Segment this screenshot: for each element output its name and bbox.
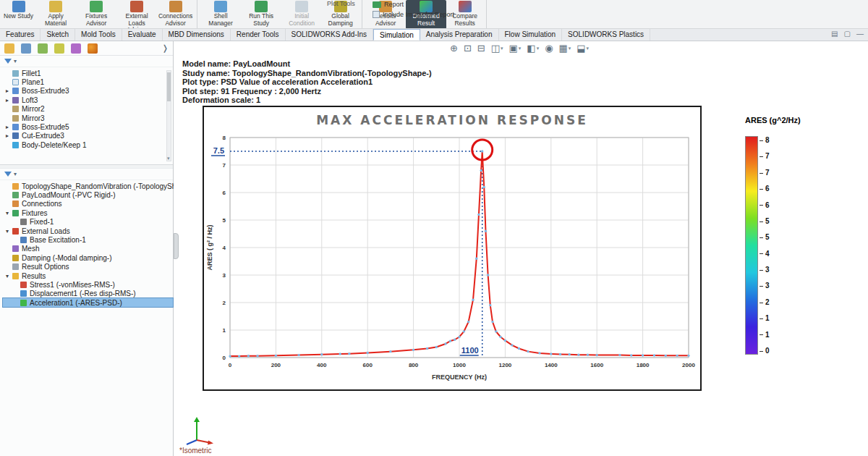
ribbon-button[interactable]: External Loads Advisor [116, 0, 157, 29]
previous-view-icon[interactable]: ⊟ [477, 43, 485, 54]
tree-scrollbar[interactable]: ▾ [166, 70, 171, 161]
expand-arrow-icon[interactable]: ▸ [6, 132, 12, 139]
command-tab[interactable]: Simulation [373, 29, 420, 41]
command-tab[interactable]: Mold Tools [75, 29, 122, 41]
external-loads-advisor-icon [130, 1, 143, 12]
dropdown-arrow-icon[interactable]: ▾ [519, 46, 522, 51]
study-tree-item[interactable]: Fixed-1 [3, 218, 173, 227]
ribbon-button[interactable]: New Study [1, 0, 35, 29]
feature-manager-icon[interactable] [4, 43, 14, 54]
view-orientation-icon[interactable]: ▣ ▾ [509, 43, 522, 54]
tree-item[interactable]: Mirror2 [3, 105, 173, 114]
property-manager-icon[interactable] [38, 43, 48, 54]
shell-manager-icon [214, 1, 227, 12]
chart-title: MAX ACCELERATION RESPONSE [204, 113, 700, 127]
panel-expand-chevron[interactable]: ❭ [162, 43, 169, 53]
study-tree-item-label: Result Options [22, 263, 69, 271]
tree-item[interactable]: Mirror3 [3, 114, 173, 122]
tree-item[interactable]: ▸ Cut-Extrude3 [3, 132, 173, 140]
panel-collapse-handle[interactable] [174, 233, 179, 259]
window-restore-icon[interactable]: ▢ [844, 30, 851, 38]
filter-icon[interactable] [4, 59, 12, 64]
study-tree-item[interactable]: PayLoadMount (-PVC Rigid-) [3, 190, 173, 199]
expand-arrow-icon[interactable]: ▸ [6, 124, 12, 130]
configuration-icon[interactable] [54, 43, 64, 54]
study-tree-item[interactable]: ▾ Fixtures [3, 208, 173, 217]
command-tab[interactable]: MBD Dimensions [163, 29, 231, 41]
svg-text:3: 3 [223, 272, 226, 279]
display-manager-icon[interactable] [88, 43, 98, 54]
command-tab[interactable]: Analysis Preparation [420, 29, 499, 41]
scroll-down-icon[interactable]: ▾ [167, 156, 170, 161]
command-tab[interactable]: Evaluate [122, 29, 163, 41]
command-tab[interactable]: SOLIDWORKS Add-Ins [286, 29, 373, 41]
report-button[interactable]: Report [373, 0, 488, 9]
command-tab[interactable]: SOLIDWORKS Plastics [562, 29, 650, 41]
ribbon-button[interactable]: Apply Material [35, 0, 76, 29]
command-tab[interactable]: Render Tools [231, 29, 286, 41]
tree-item-label: Body-Delete/Keep 1 [22, 141, 87, 149]
study-tree-item[interactable]: Displacement1 (-Res disp-RMS-) [3, 290, 173, 298]
legend-value-label: 6 [760, 185, 770, 193]
dropdown-arrow-icon[interactable]: ▾ [569, 46, 571, 51]
include-image-checkbox[interactable]: Include Image for Report [373, 11, 488, 18]
ribbon-button[interactable]: Connections Advisor [157, 0, 197, 29]
study-tree-item[interactable]: ▾ Results [3, 271, 173, 280]
command-tab[interactable]: Flow Simulation [499, 29, 563, 41]
response-chart: MAX ACCELERATION RESPONSE 02004006008001… [203, 106, 702, 391]
expand-arrow-icon[interactable]: ▸ [6, 97, 12, 104]
expand-arrow-icon[interactable]: ▾ [6, 210, 12, 216]
expand-arrow-icon[interactable]: ▸ [6, 88, 12, 94]
ribbon-button[interactable]: Run This Study [241, 0, 281, 29]
dimxpert-icon[interactable] [71, 43, 81, 54]
edit-appearance-icon[interactable]: ◉ [545, 43, 553, 54]
display-style-icon[interactable]: ◧ ▾ [527, 43, 539, 54]
command-tab[interactable]: Features [0, 29, 41, 41]
plot-info-line: Study name: TopologyShape_RandomVibratio… [182, 69, 432, 78]
zoom-to-fit-icon[interactable]: ⊕ [450, 43, 458, 54]
cut-extrude-icon [12, 132, 19, 139]
tree-item[interactable]: ▸ Boss-Extrude3 [3, 87, 173, 96]
ribbon-button[interactable]: Fixtures Advisor [76, 0, 116, 29]
ribbon-button[interactable]: Initial Condition [281, 0, 322, 29]
ribbon-button-label: Global Damping [324, 13, 357, 27]
filter-dropdown-icon[interactable]: ▾ [14, 58, 17, 64]
study-tree-item[interactable]: Acceleration1 (-ARES-PSD-) [3, 298, 173, 307]
window-split-icon[interactable]: ▤ [831, 30, 838, 38]
tree-item[interactable]: Fillet1 [3, 69, 173, 77]
study-tree-item[interactable]: Stress1 (-vonMises-RMS-) [3, 280, 173, 289]
dropdown-arrow-icon[interactable]: ▾ [537, 46, 540, 51]
tree-item[interactable]: Plane1 [3, 77, 173, 86]
study-tree-item[interactable]: TopologyShape_RandomVibration (-Topology… [3, 182, 173, 190]
mesh-icon [12, 245, 19, 252]
study-filter-dropdown-icon[interactable]: ▾ [14, 171, 17, 177]
expand-arrow-icon[interactable]: ▾ [6, 273, 12, 279]
dropdown-arrow-icon[interactable]: ▾ [501, 46, 503, 51]
tree-item[interactable]: ▸ Loft3 [3, 96, 173, 104]
expand-arrow-icon[interactable]: ▾ [6, 228, 12, 235]
tree-item[interactable]: Body-Delete/Keep 1 [3, 140, 173, 149]
apply-scene-icon[interactable]: ▦ ▾ [559, 43, 571, 54]
study-tree-item[interactable]: ▾ External Loads [3, 227, 173, 235]
command-tab[interactable]: Sketch [41, 29, 75, 41]
study-tree-item[interactable]: Result Options [3, 263, 173, 271]
study-tree-item[interactable]: Connections [3, 200, 173, 208]
study-filter-icon[interactable] [4, 172, 12, 177]
study-tree-item-label: Displacement1 (-Res disp-RMS-) [30, 290, 136, 297]
dropdown-arrow-icon[interactable]: ▾ [587, 46, 590, 51]
display-pane-icon[interactable] [21, 43, 31, 54]
svg-text:200: 200 [271, 362, 281, 368]
window-minimize-icon[interactable]: — [856, 30, 864, 38]
ribbon-button[interactable]: Shell Manager [200, 0, 241, 29]
zoom-area-icon[interactable]: ⊡ [464, 43, 472, 54]
scrollbar-thumb[interactable] [167, 72, 171, 101]
study-tree-item[interactable]: Base Excitation-1 [3, 235, 173, 244]
study-tree-item[interactable]: Mesh [3, 245, 173, 253]
connections-icon [12, 200, 19, 207]
tree-item[interactable]: ▸ Boss-Extrude5 [3, 122, 173, 131]
section-view-icon[interactable]: ◫ ▾ [491, 43, 503, 54]
simulation-study-tree: TopologyShape_RandomVibration (-Topology… [0, 180, 173, 308]
part-icon [12, 192, 19, 198]
study-tree-item[interactable]: Damping (-Modal damping-) [3, 253, 173, 262]
view-settings-icon[interactable]: ⬓ ▾ [576, 43, 589, 54]
